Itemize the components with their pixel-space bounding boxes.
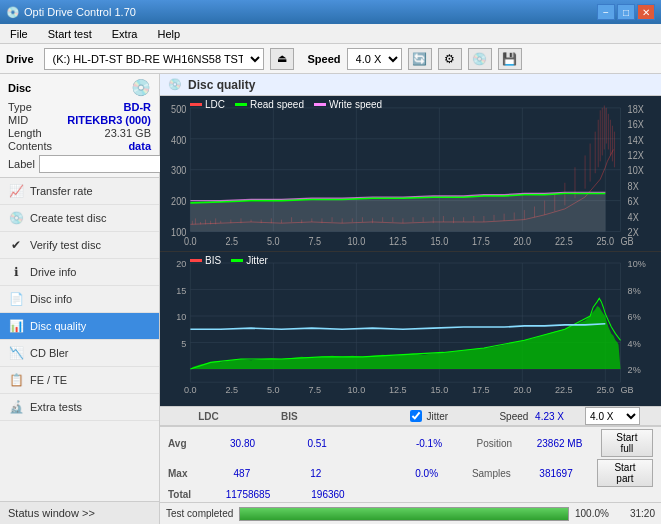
menu-help[interactable]: Help <box>151 27 186 41</box>
bis-label: BIS <box>205 255 221 266</box>
max-jitter: 0.0% <box>390 468 464 479</box>
drive-label: Drive <box>6 53 34 65</box>
disc-length-label: Length <box>8 127 42 139</box>
create-test-disc-icon: 💿 <box>8 210 24 226</box>
read-speed-label: Read speed <box>250 99 304 110</box>
svg-text:8X: 8X <box>628 180 639 192</box>
svg-text:14X: 14X <box>628 134 645 146</box>
sidebar-item-label: Transfer rate <box>30 185 93 197</box>
stats-header-bis: BIS <box>249 411 330 422</box>
disc-type-row: Type BD-R <box>8 101 151 113</box>
sidebar-item-disc-quality[interactable]: 📊 Disc quality <box>0 313 159 340</box>
drive-toolbar: Drive (K:) HL-DT-ST BD-RE WH16NS58 TST4 … <box>0 44 661 74</box>
drive-select[interactable]: (K:) HL-DT-ST BD-RE WH16NS58 TST4 <box>44 48 264 70</box>
legend-ldc: LDC <box>190 99 225 110</box>
media-button[interactable]: 💿 <box>468 48 492 70</box>
speed-header-value: 4.23 X <box>535 411 564 422</box>
fe-te-icon: 📋 <box>8 372 24 388</box>
svg-text:15: 15 <box>176 284 186 295</box>
avg-bis: 0.51 <box>280 438 355 449</box>
svg-text:2%: 2% <box>628 364 642 375</box>
sidebar-item-label: FE / TE <box>30 374 67 386</box>
svg-text:8%: 8% <box>628 284 642 295</box>
drive-info-icon: ℹ <box>8 264 24 280</box>
svg-text:6X: 6X <box>628 196 639 208</box>
disc-type-value: BD-R <box>124 101 152 113</box>
svg-text:GB: GB <box>621 383 634 394</box>
svg-text:400: 400 <box>171 134 187 146</box>
sidebar-item-disc-info[interactable]: 📄 Disc info <box>0 286 159 313</box>
minimize-button[interactable]: − <box>597 4 615 20</box>
sidebar-item-verify-test-disc[interactable]: ✔ Verify test disc <box>0 232 159 259</box>
sidebar-item-label: Drive info <box>30 266 76 278</box>
svg-text:20.0: 20.0 <box>513 235 531 247</box>
total-label: Total <box>168 489 208 500</box>
svg-text:12X: 12X <box>628 149 645 161</box>
main-layout: Disc 💿 Type BD-R MID RITEKBR3 (000) Leng… <box>0 74 661 524</box>
sidebar-item-transfer-rate[interactable]: 📈 Transfer rate <box>0 178 159 205</box>
svg-text:500: 500 <box>171 103 187 115</box>
svg-text:22.5: 22.5 <box>555 235 573 247</box>
sidebar-item-label: Disc quality <box>30 320 86 332</box>
sidebar-item-fe-te[interactable]: 📋 FE / TE <box>0 367 159 394</box>
speed-target-select[interactable]: 4.0 X <box>585 407 640 425</box>
total-ldc: 11758685 <box>208 489 288 500</box>
jitter-label: Jitter <box>246 255 268 266</box>
disc-info-icon: 📄 <box>8 291 24 307</box>
content-area: 💿 Disc quality LDC Read speed <box>160 74 661 524</box>
chart2-wrapper: BIS Jitter <box>160 252 661 407</box>
status-window-button[interactable]: Status window >> <box>0 501 159 524</box>
svg-text:5.0: 5.0 <box>267 235 280 247</box>
menu-file[interactable]: File <box>4 27 34 41</box>
refresh-button[interactable]: 🔄 <box>408 48 432 70</box>
sidebar-item-label: CD Bler <box>30 347 69 359</box>
jitter-checkbox[interactable] <box>410 410 422 422</box>
svg-text:0.0: 0.0 <box>184 383 197 394</box>
write-speed-dot <box>314 103 326 106</box>
menu-start-test[interactable]: Start test <box>42 27 98 41</box>
svg-text:2.5: 2.5 <box>226 235 239 247</box>
save-button[interactable]: 💾 <box>498 48 522 70</box>
sidebar-item-label: Extra tests <box>30 401 82 413</box>
sidebar-item-extra-tests[interactable]: 🔬 Extra tests <box>0 394 159 421</box>
disc-contents-row: Contents data <box>8 140 151 152</box>
svg-text:10X: 10X <box>628 165 645 177</box>
settings-button[interactable]: ⚙ <box>438 48 462 70</box>
verify-test-disc-icon: ✔ <box>8 237 24 253</box>
progress-container: Test completed 100.0% 31:20 <box>160 502 661 524</box>
speed-select[interactable]: 4.0 X <box>347 48 402 70</box>
svg-text:20.0: 20.0 <box>513 383 531 394</box>
start-part-button[interactable]: Start part <box>597 459 653 487</box>
svg-text:6%: 6% <box>628 311 642 322</box>
svg-text:16X: 16X <box>628 118 645 130</box>
disc-label-input[interactable] <box>39 155 174 173</box>
menu-extra[interactable]: Extra <box>106 27 144 41</box>
nav-section: 📈 Transfer rate 💿 Create test disc ✔ Ver… <box>0 178 159 501</box>
legend-jitter: Jitter <box>231 255 268 266</box>
total-bis: 196360 <box>288 489 368 500</box>
jitter-dot <box>231 259 243 262</box>
maximize-button[interactable]: □ <box>617 4 635 20</box>
stats-header-ldc: LDC <box>168 411 249 422</box>
svg-text:17.5: 17.5 <box>472 383 490 394</box>
read-speed-dot <box>235 103 247 106</box>
svg-text:12.5: 12.5 <box>389 235 407 247</box>
chart1-svg: 500 400 300 200 100 18X 16X 14X 12X 10X … <box>160 96 661 251</box>
sidebar: Disc 💿 Type BD-R MID RITEKBR3 (000) Leng… <box>0 74 160 524</box>
sidebar-item-create-test-disc[interactable]: 💿 Create test disc <box>0 205 159 232</box>
disc-panel: Disc 💿 Type BD-R MID RITEKBR3 (000) Leng… <box>0 74 159 178</box>
start-full-button[interactable]: Start full <box>601 429 653 457</box>
avg-ldc: 30.80 <box>205 438 280 449</box>
svg-text:10.0: 10.0 <box>347 235 365 247</box>
eject-button[interactable]: ⏏ <box>270 48 294 70</box>
sidebar-item-drive-info[interactable]: ℹ Drive info <box>0 259 159 286</box>
svg-text:25.0: 25.0 <box>596 235 614 247</box>
disc-contents-label: Contents <box>8 140 52 152</box>
svg-text:7.5: 7.5 <box>309 383 322 394</box>
disc-quality-header-icon: 💿 <box>168 78 182 91</box>
close-button[interactable]: ✕ <box>637 4 655 20</box>
cd-bler-icon: 📉 <box>8 345 24 361</box>
chart2-svg: 20 15 10 5 10% 8% 6% 4% 2% 0.0 2.5 5.0 7… <box>160 252 661 407</box>
sidebar-item-cd-bler[interactable]: 📉 CD Bler <box>0 340 159 367</box>
svg-text:18X: 18X <box>628 103 645 115</box>
